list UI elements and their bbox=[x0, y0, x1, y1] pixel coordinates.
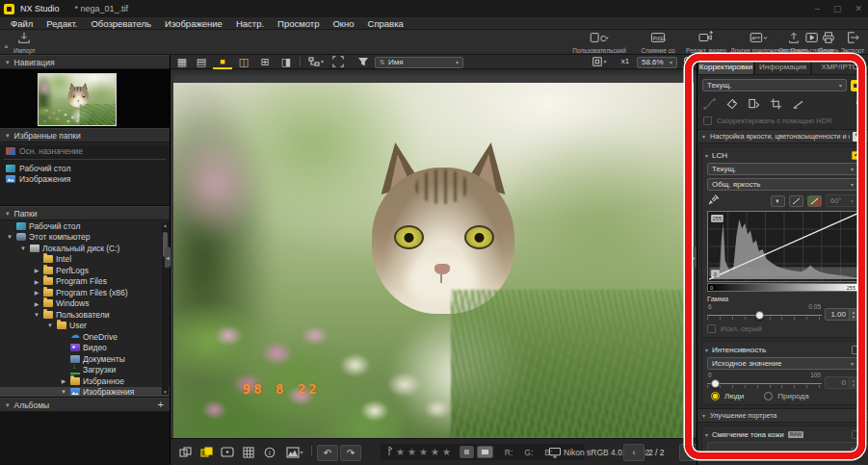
tree-item-desktop[interactable]: Рабочий стол bbox=[0, 220, 170, 232]
intensity-checkbox[interactable] bbox=[852, 346, 860, 354]
expander-icon[interactable]: ▶ bbox=[33, 267, 40, 273]
folders-section-header[interactable]: Папки bbox=[0, 206, 170, 220]
tree-item-downloads[interactable]: Загрузки bbox=[0, 365, 170, 376]
maximize-button[interactable]: ▢ bbox=[833, 4, 842, 13]
tone-curve-editor[interactable]: 255 0 bbox=[707, 211, 858, 282]
sidebar-collapse-handle[interactable]: ◂ bbox=[165, 246, 171, 268]
info-overlay-icon[interactable]: i bbox=[261, 445, 278, 459]
tree-item-video[interactable]: Видео bbox=[0, 343, 170, 354]
fit-window-icon[interactable] bbox=[330, 56, 346, 67]
nature-radio[interactable] bbox=[764, 392, 773, 400]
histogram-overlay-icon[interactable]: ▾ bbox=[282, 445, 307, 459]
list-view-icon[interactable]: ▤ bbox=[194, 56, 209, 67]
tree-item-user[interactable]: ▼User bbox=[0, 321, 170, 332]
menu-window[interactable]: Окно bbox=[326, 18, 360, 29]
focus-point-icon[interactable] bbox=[219, 445, 236, 459]
lch-channel-dropdown[interactable]: Общ. яркость bbox=[707, 178, 858, 191]
rating-pin-icon[interactable] bbox=[385, 446, 393, 458]
levels-gradient-bar[interactable]: 0 255 bbox=[707, 283, 858, 292]
fit-mode-button[interactable]: ▾ bbox=[588, 56, 611, 67]
sort-by-dropdown[interactable]: ⇅ Имя bbox=[375, 57, 463, 68]
tree-item-intel[interactable]: Intel bbox=[0, 254, 170, 266]
intensity-header[interactable]: Интенсивность bbox=[705, 344, 860, 356]
expander-icon[interactable]: ▼ bbox=[46, 323, 54, 328]
tree-item-onedrive[interactable]: OneDrive bbox=[0, 331, 170, 343]
label-button-1[interactable] bbox=[460, 446, 474, 458]
gamma-value-input[interactable]: 1.00 bbox=[825, 308, 850, 321]
export-button[interactable]: Экспорт bbox=[840, 31, 865, 54]
skin-softening-checkbox[interactable] bbox=[852, 430, 860, 439]
star-1[interactable]: ★ bbox=[396, 448, 405, 457]
crop-icon[interactable] bbox=[770, 98, 782, 112]
toolbar-collapse-icon[interactable]: ▲ bbox=[3, 42, 10, 49]
scroll-down-icon[interactable]: ▼ bbox=[162, 389, 169, 395]
lch-preset-dropdown[interactable]: Текущ. bbox=[707, 163, 858, 175]
menu-file[interactable]: Файл bbox=[4, 18, 39, 29]
minimize-button[interactable]: – bbox=[815, 4, 820, 13]
multi-view-icon[interactable]: ⊞ bbox=[257, 56, 273, 67]
sort-mode-button[interactable]: ▾ bbox=[305, 56, 327, 67]
skin-softening-dropdown[interactable] bbox=[707, 442, 858, 453]
menu-image[interactable]: Изображение bbox=[158, 18, 229, 29]
add-album-button[interactable]: + bbox=[158, 399, 164, 411]
menu-settings[interactable]: Настр. bbox=[229, 18, 271, 29]
tree-item-pictures[interactable]: ▼Изображения bbox=[0, 387, 170, 399]
skin-softening-header[interactable]: Смягчение тона кожи RAW bbox=[705, 428, 860, 441]
tree-item-users[interactable]: ▼Пользователи bbox=[0, 309, 170, 321]
contrast-button[interactable]: ◐ bbox=[771, 195, 785, 207]
star-5[interactable]: ★ bbox=[442, 448, 451, 457]
star-3[interactable]: ★ bbox=[419, 448, 428, 457]
label-button-2[interactable] bbox=[477, 446, 493, 458]
menu-edit[interactable]: Редакт. bbox=[39, 18, 84, 29]
edit-video-button[interactable]: Редакт. видео bbox=[686, 31, 726, 54]
copy-adjustments-icon[interactable] bbox=[748, 98, 760, 112]
photo-canvas[interactable]: 98 8 22 bbox=[173, 83, 694, 438]
favorite-item-default-destination[interactable]: Осн. назначение bbox=[0, 145, 170, 156]
adjustment-preset-dropdown[interactable]: Текущ. bbox=[702, 79, 847, 91]
tree-item-this-pc[interactable]: ▼Этот компьютер bbox=[0, 232, 170, 244]
intensity-value-input[interactable]: 0 bbox=[825, 376, 850, 389]
hue-degrees-dropdown[interactable]: 60° bbox=[826, 194, 858, 207]
redo-button[interactable]: ↷ bbox=[340, 445, 361, 461]
favorite-item-pictures[interactable]: Изображения bbox=[0, 173, 170, 184]
straighten-icon[interactable] bbox=[792, 98, 804, 112]
scroll-up-icon[interactable]: ▲ bbox=[162, 222, 169, 228]
picture-control-badge-icon[interactable] bbox=[851, 80, 863, 91]
multi-sampler-icon[interactable] bbox=[707, 194, 721, 208]
tree-item-documents[interactable]: Документы bbox=[0, 353, 170, 365]
expander-icon[interactable]: ▶ bbox=[33, 300, 40, 307]
expander-icon[interactable]: ▼ bbox=[19, 245, 27, 251]
favorite-item-desktop[interactable]: Рабочий стол bbox=[0, 163, 170, 173]
color-curve-button[interactable] bbox=[807, 195, 822, 207]
close-button[interactable]: ✕ bbox=[855, 4, 862, 13]
compare-images-icon[interactable] bbox=[176, 445, 194, 459]
navigation-thumbnail-canvas[interactable]: 98 8 22 bbox=[38, 73, 117, 126]
panel-collapse-handle[interactable]: ▸ bbox=[691, 246, 697, 268]
menu-browser[interactable]: Обозреватель bbox=[84, 18, 158, 29]
intensity-slider-thumb[interactable] bbox=[711, 379, 720, 388]
lch-enabled-checkbox[interactable] bbox=[852, 151, 860, 160]
send-button[interactable]: Отправить bbox=[776, 31, 811, 54]
filter-funnel-icon[interactable] bbox=[355, 56, 371, 67]
tree-item-windows[interactable]: ▶Windows bbox=[0, 298, 170, 310]
navigation-section-header[interactable]: Навигация bbox=[0, 55, 170, 69]
brightness-section-header[interactable]: Настройка яркости, цветонасыщенности и о… bbox=[697, 129, 868, 143]
grid-overlay-icon[interactable] bbox=[240, 445, 257, 459]
star-2[interactable]: ★ bbox=[408, 448, 416, 457]
hdr-checkbox[interactable] bbox=[703, 116, 712, 125]
grid-view-icon[interactable]: ▦ bbox=[174, 56, 190, 67]
previous-image-button[interactable]: ‹ bbox=[623, 444, 644, 461]
menu-help[interactable]: Справка bbox=[361, 18, 410, 29]
import-button[interactable]: Импорт bbox=[13, 31, 36, 54]
expander-icon[interactable]: ▼ bbox=[6, 234, 13, 240]
section-edit-icon[interactable]: ✎ bbox=[853, 132, 863, 142]
tree-item-program-files[interactable]: ▶Program Files bbox=[0, 276, 170, 288]
tab-xmp-iptc[interactable]: XMP/IPTC bbox=[811, 59, 868, 74]
portrait-section-header[interactable]: Улучшение портрета bbox=[697, 408, 868, 423]
zoom-out-icon[interactable] bbox=[681, 56, 697, 67]
gamma-stepper[interactable]: ▲▼ bbox=[850, 308, 858, 321]
actual-size-button[interactable]: x1 bbox=[617, 56, 634, 67]
expander-icon[interactable]: ▼ bbox=[33, 312, 40, 318]
expander-icon[interactable]: ▶ bbox=[33, 289, 40, 296]
expander-icon[interactable]: ▼ bbox=[60, 389, 67, 395]
